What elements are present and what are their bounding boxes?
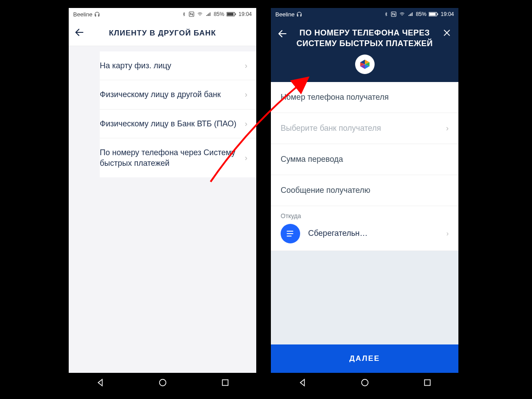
phone-left: Beeline 85% 19:04 КЛИЕНТУ В ДРУГОЙ БАНК … — [69, 8, 256, 394]
signal-icon — [407, 12, 414, 17]
sbp-logo-icon — [355, 55, 375, 74]
close-icon[interactable] — [441, 27, 453, 37]
statusbar: Beeline 85% 19:04 — [69, 8, 256, 20]
field-source[interactable]: Откуда Сберегательн… › — [271, 206, 458, 251]
bluetooth-icon — [182, 11, 186, 17]
menu-item-label: Физическому лицу в Банк ВТБ (ПАО) — [100, 118, 245, 129]
nav-recent-icon[interactable] — [422, 378, 432, 389]
battery-percent: 85% — [416, 11, 426, 17]
content: Номер телефона получателя Выберите банк … — [271, 82, 458, 373]
menu-item-label: По номеру телефона через Систему быстрых… — [100, 147, 245, 169]
nfc-icon — [391, 11, 397, 17]
spacer — [271, 251, 458, 344]
form: Номер телефона получателя Выберите банк … — [271, 82, 458, 251]
android-navbar — [271, 373, 458, 394]
field-amount[interactable]: Сумма перевода — [271, 144, 458, 175]
wifi-icon — [399, 12, 405, 17]
content: На карту физ. лицу › Физическому лицу в … — [69, 46, 256, 373]
field-bank[interactable]: Выберите банк получателя › — [271, 113, 458, 144]
svg-rect-3 — [235, 13, 236, 15]
battery-percent: 85% — [214, 11, 224, 17]
menu-item-card-individual[interactable]: На карту физ. лицу › — [100, 51, 256, 80]
menu-item-label: Физическому лицу в другой банк — [100, 89, 245, 100]
wifi-icon — [197, 12, 203, 17]
nav-recent-icon[interactable] — [220, 378, 230, 389]
chevron-right-icon: › — [446, 230, 449, 238]
battery-icon — [429, 12, 438, 17]
source-name: Сберегательн… — [308, 229, 368, 238]
nav-back-icon[interactable] — [297, 378, 307, 389]
phone-right: Beeline 85% 19:04 ПО НОМЕРУ ТЕЛЕФОНА ЧЕР… — [271, 8, 458, 394]
menu-item-individual-other-bank[interactable]: Физическому лицу в другой банк › — [100, 80, 256, 109]
nfc-icon — [188, 11, 195, 17]
statusbar: Beeline 85% 19:04 — [271, 8, 458, 20]
source-label: Откуда — [281, 212, 449, 219]
chevron-right-icon: › — [245, 118, 247, 129]
signal-icon — [205, 12, 211, 17]
field-phone[interactable]: Номер телефона получателя — [271, 82, 458, 113]
svg-rect-18 — [424, 380, 430, 386]
nav-back-icon[interactable] — [95, 378, 105, 389]
chevron-right-icon: › — [446, 124, 449, 133]
chevron-right-icon: › — [245, 153, 247, 163]
svg-point-4 — [159, 379, 166, 386]
field-label: Сумма перевода — [281, 155, 343, 164]
android-navbar — [69, 373, 256, 394]
svg-rect-2 — [227, 13, 233, 16]
menu-item-label: На карту физ. лицу — [100, 60, 245, 71]
next-button-label: ДАЛЕЕ — [349, 354, 380, 363]
nav-home-icon[interactable] — [158, 378, 168, 389]
menu-list: На карту физ. лицу › Физическому лицу в … — [100, 51, 256, 177]
clock: 19:04 — [239, 11, 252, 17]
back-icon[interactable] — [276, 27, 289, 39]
field-label: Сообщение получателю — [281, 186, 370, 195]
headphones-icon — [296, 11, 302, 17]
field-label: Выберите банк получателя — [281, 124, 381, 133]
nav-home-icon[interactable] — [360, 378, 370, 389]
svg-rect-5 — [222, 380, 228, 386]
clock: 19:04 — [441, 11, 454, 17]
header: ПО НОМЕРУ ТЕЛЕФОНА ЧЕРЕЗ СИСТЕМУ БЫСТРЫХ… — [271, 20, 458, 82]
menu-item-individual-vtb[interactable]: Физическому лицу в Банк ВТБ (ПАО) › — [100, 110, 256, 138]
field-label: Номер телефона получателя — [281, 93, 389, 102]
next-button[interactable]: ДАЛЕЕ — [271, 344, 458, 373]
account-icon — [281, 224, 300, 243]
bluetooth-icon — [384, 11, 388, 17]
svg-rect-9 — [437, 13, 438, 15]
menu-item-sbp-phone[interactable]: По номеру телефона через Систему быстрых… — [100, 138, 256, 178]
battery-icon — [227, 12, 236, 17]
carrier-label: Beeline — [275, 11, 294, 18]
header: КЛИЕНТУ В ДРУГОЙ БАНК — [69, 20, 256, 46]
page-title: КЛИЕНТУ В ДРУГОЙ БАНК — [74, 29, 251, 38]
field-message[interactable]: Сообщение получателю — [271, 175, 458, 206]
carrier-label: Beeline — [73, 11, 92, 18]
svg-rect-8 — [429, 13, 435, 16]
page-title: ПО НОМЕРУ ТЕЛЕФОНА ЧЕРЕЗ СИСТЕМУ БЫСТРЫХ… — [289, 27, 441, 49]
chevron-right-icon: › — [245, 60, 247, 71]
svg-point-17 — [361, 379, 368, 386]
chevron-right-icon: › — [245, 89, 247, 100]
headphones-icon — [94, 11, 100, 17]
